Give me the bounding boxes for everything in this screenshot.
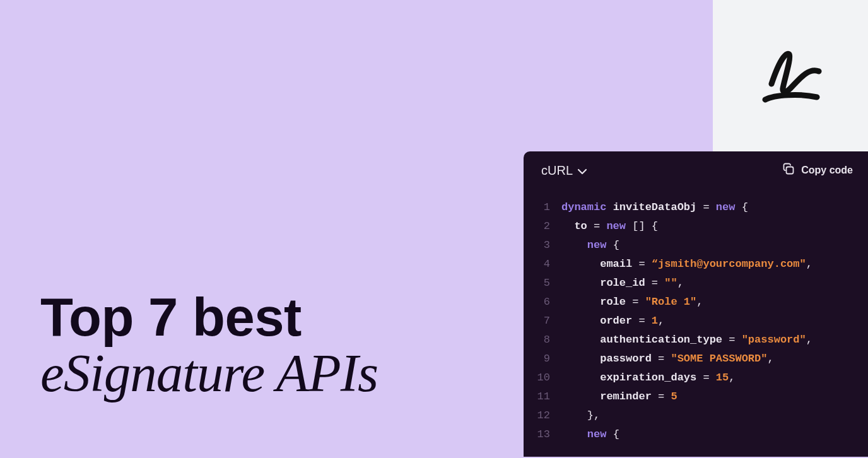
code-content: role_id = "", [561,274,684,293]
code-content: new { [561,425,619,444]
line-number: 1 [524,198,561,217]
chevron-down-icon [578,163,587,178]
copy-icon [782,163,795,178]
code-line: 6 role = "Role 1", [524,293,868,312]
line-number: 8 [524,331,561,349]
line-number: 10 [524,368,561,387]
code-line: 2 to = new [] { [524,217,868,236]
code-line: 1dynamic inviteDataObj = new { [524,198,868,217]
code-content: dynamic inviteDataObj = new { [561,198,748,217]
code-line: 4 email = “jsmith@yourcompany.com", [524,255,868,274]
line-number: 6 [524,293,561,312]
svg-rect-0 [787,167,794,174]
code-content: role = "Role 1", [561,293,703,312]
line-number: 9 [524,349,561,368]
logo-panel [713,0,868,151]
code-line: 7 order = 1, [524,312,868,331]
language-label: cURL [541,163,573,178]
line-number: 7 [524,312,561,331]
line-number: 2 [524,217,561,236]
code-content: new { [561,236,619,255]
code-content: email = “jsmith@yourcompany.com", [561,255,812,274]
line-number: 5 [524,274,561,293]
line-number: 13 [524,425,561,444]
code-content: password = "SOME PASSWORD", [561,349,774,368]
language-selector[interactable]: cURL [541,163,587,178]
code-line: 5 role_id = "", [524,274,868,293]
line-number: 12 [524,406,561,425]
page-headline: Top 7 best eSignature APIs [40,290,378,400]
code-line: 10 expiration_days = 15, [524,368,868,387]
code-line: 3 new { [524,236,868,255]
code-content: authentication_type = "password", [561,331,812,349]
line-number: 3 [524,236,561,255]
code-content: expiration_days = 15, [561,368,735,387]
code-content: reminder = 5 [561,387,677,406]
code-line: 9 password = "SOME PASSWORD", [524,349,868,368]
signature-logo-icon [753,37,828,115]
headline-line2: eSignature APIs [40,346,378,400]
line-number: 11 [524,387,561,406]
code-content: }, [561,406,600,425]
code-line: 12 }, [524,406,868,425]
code-content: order = 1, [561,312,664,331]
headline-line1: Top 7 best [40,290,378,344]
copy-code-button[interactable]: Copy code [782,163,853,178]
code-line: 13 new { [524,425,868,444]
code-body: 1dynamic inviteDataObj = new {2 to = new… [524,185,868,444]
code-content: to = new [] { [561,217,658,236]
copy-code-label: Copy code [801,165,853,176]
code-panel: cURL Copy code 1dynamic inviteDataObj = … [524,151,868,457]
code-panel-header: cURL Copy code [524,151,868,185]
code-line: 11 reminder = 5 [524,387,868,406]
line-number: 4 [524,255,561,274]
code-line: 8 authentication_type = "password", [524,331,868,349]
